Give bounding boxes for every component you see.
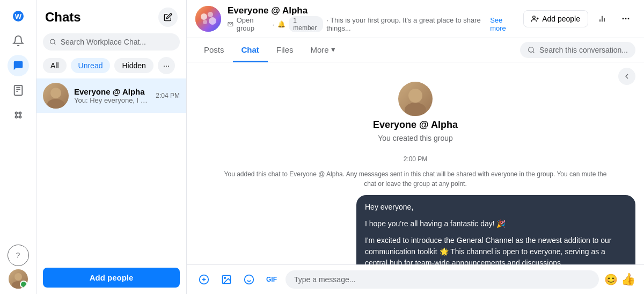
svg-rect-21 <box>195 6 221 32</box>
message-line-3: I'm excited to introduce the General Cha… <box>365 235 627 264</box>
message-bubble: Hey everyone, I hope you're all having a… <box>356 195 635 264</box>
tabs: Posts Chat Files More ▾ Search this conv… <box>187 38 644 62</box>
chat-header-actions: Add people ··· <box>523 9 635 28</box>
search-conversation-placeholder: Search this conversation... <box>539 46 628 54</box>
filter-all-button[interactable]: All <box>43 58 67 73</box>
svg-point-6 <box>15 112 17 114</box>
message-wrap: Hey everyone, I hope you're all having a… <box>187 195 644 264</box>
chat-item-avatar <box>43 83 69 109</box>
chat-header-info: Everyone @ Alpha Open group · 🔔 1 member… <box>228 5 517 32</box>
chat-list-item[interactable]: Everyone @ Alpha You: Hey everyone, I ho… <box>36 78 186 113</box>
svg-text:W: W <box>14 12 21 20</box>
bell-meta-icon: 🔔 <box>277 20 286 28</box>
group-description: · This is your first group. It's a great… <box>326 16 487 32</box>
see-more-link[interactable]: See more <box>490 16 517 32</box>
filter-hidden-button[interactable]: Hidden <box>114 58 153 73</box>
nav-workplace-logo[interactable]: W <box>8 5 29 27</box>
svg-point-14 <box>14 273 22 281</box>
tab-files[interactable]: Files <box>268 39 302 62</box>
svg-point-35 <box>408 89 422 103</box>
svg-point-27 <box>533 16 536 19</box>
group-intro-name: Everyone @ Alpha <box>373 119 458 131</box>
tab-chat[interactable]: Chat <box>233 39 268 62</box>
image-button[interactable] <box>218 271 235 288</box>
back-button[interactable] <box>618 68 635 85</box>
emoji-button[interactable]: 😊 <box>604 273 618 286</box>
image-icon <box>221 274 232 285</box>
tab-posts[interactable]: Posts <box>195 39 233 62</box>
sidebar-search <box>36 31 186 55</box>
message-input[interactable]: Type a message... <box>286 270 599 289</box>
add-attachment-button[interactable] <box>195 271 213 288</box>
group-intro-avatar <box>398 82 433 116</box>
analytics-button[interactable] <box>592 9 612 28</box>
back-icon <box>623 72 631 81</box>
svg-point-25 <box>203 20 207 24</box>
svg-line-34 <box>533 52 535 53</box>
svg-point-18 <box>50 88 61 98</box>
nav-help-icon[interactable]: ? <box>8 245 29 266</box>
chat-header-name: Everyone @ Alpha <box>228 5 517 16</box>
filter-unread-button[interactable]: Unread <box>71 58 111 73</box>
message-line-2: I hope you're all having a fantastic day… <box>365 218 627 230</box>
message-timestamp: 2:00 PM <box>187 151 644 167</box>
svg-point-36 <box>405 103 426 116</box>
far-nav: W ? <box>0 0 36 294</box>
svg-point-41 <box>224 277 226 279</box>
search-input[interactable] <box>61 38 173 46</box>
like-button[interactable]: 👍 <box>621 273 635 286</box>
svg-point-7 <box>19 112 21 114</box>
search-icon <box>49 38 56 46</box>
search-input-wrap[interactable] <box>43 33 180 51</box>
svg-point-16 <box>50 39 55 44</box>
chat-item-info: Everyone @ Alpha You: Hey everyone, I ho… <box>74 87 150 104</box>
input-right-actions: 😊 👍 <box>604 273 635 286</box>
more-options-button[interactable]: ··· <box>616 9 635 28</box>
nav-chat-icon[interactable] <box>8 55 29 76</box>
svg-point-24 <box>209 17 216 25</box>
group-intro-sub: You created this group <box>378 134 453 142</box>
sidebar-title: Chats <box>45 10 81 25</box>
group-type: Open group <box>237 16 269 32</box>
gif-button[interactable]: GIF <box>263 271 280 288</box>
svg-point-19 <box>47 99 64 109</box>
svg-rect-2 <box>14 85 22 95</box>
add-person-icon <box>531 15 539 23</box>
svg-point-15 <box>12 281 25 289</box>
main-chat: Everyone @ Alpha Open group · 🔔 1 member… <box>187 0 644 294</box>
nav-apps-icon[interactable] <box>8 104 29 126</box>
nav-notebook-icon[interactable] <box>8 80 29 101</box>
sticker-button[interactable] <box>240 271 258 288</box>
add-people-header-button[interactable]: Add people <box>523 10 588 27</box>
svg-point-8 <box>15 116 17 118</box>
system-message: You added this chat to Everyone @ Alpha.… <box>187 167 644 195</box>
sticker-icon <box>244 274 254 285</box>
conversation-search[interactable]: Search this conversation... <box>520 42 635 58</box>
chat-item-preview: You: Hey everyone, I hope you're... <box>74 96 150 104</box>
chat-header: Everyone @ Alpha Open group · 🔔 1 member… <box>187 0 644 38</box>
message-input-placeholder: Type a message... <box>294 275 355 284</box>
envelope-icon <box>228 21 233 27</box>
message-line-1: Hey everyone, <box>365 202 627 213</box>
group-intro: Everyone @ Alpha You created this group <box>187 71 644 151</box>
meta-separator: · <box>273 20 275 28</box>
sidebar: Chats All Unread Hidden ··· <box>36 0 187 294</box>
compose-button[interactable] <box>158 8 178 27</box>
plus-icon <box>199 274 209 285</box>
chevron-down-icon: ▾ <box>331 45 335 54</box>
svg-point-33 <box>529 47 533 52</box>
svg-line-17 <box>54 43 55 44</box>
chat-item-name: Everyone @ Alpha <box>74 87 150 96</box>
search-conversation-icon <box>528 46 535 54</box>
tab-more[interactable]: More ▾ <box>302 38 344 62</box>
filter-more-button[interactable]: ··· <box>158 57 175 74</box>
filter-row: All Unread Hidden ··· <box>36 55 186 78</box>
add-people-sidebar-button[interactable]: Add people <box>43 268 180 288</box>
chat-header-meta: Open group · 🔔 1 member · This is your f… <box>228 16 517 32</box>
nav-bell-icon[interactable] <box>8 30 29 52</box>
svg-point-9 <box>19 116 21 118</box>
member-count-badge: 1 member <box>289 16 323 32</box>
chat-list: Everyone @ Alpha You: Hey everyone, I ho… <box>36 78 186 261</box>
nav-user-avatar[interactable] <box>9 269 28 289</box>
chat-content: Everyone @ Alpha You created this group … <box>187 62 644 264</box>
